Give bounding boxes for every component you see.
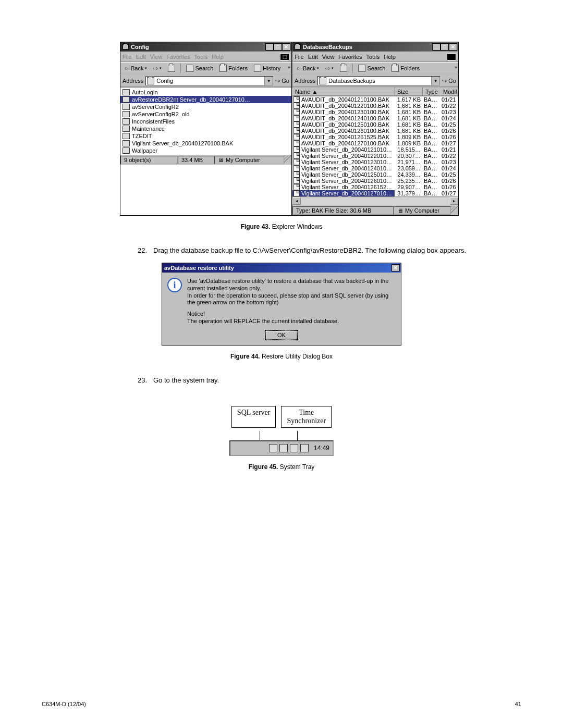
dropdown-icon[interactable]: ▼ <box>431 77 439 85</box>
table-row[interactable]: AVAUDIT_db_200401220100.BAK1,681 KBBA…01… <box>292 103 458 109</box>
footer-page-number: 41 <box>515 701 521 707</box>
table-row[interactable]: Vigilant Server_db_20040122010…20,307…BA… <box>292 153 458 159</box>
list-item[interactable]: AutoLogin <box>120 89 291 96</box>
dropdown-icon[interactable]: ▼ <box>264 77 273 85</box>
item-label: avRestoreDBR2nt Server_db_20040127010… <box>132 96 250 103</box>
folder-icon <box>319 77 326 84</box>
file-modified: 01/21 <box>440 96 458 103</box>
figure-43: Config _ □ ✕ File Edit View Favorites To… <box>42 42 521 230</box>
up-button[interactable] <box>338 64 349 73</box>
address-field[interactable]: Config ▼ <box>145 76 273 85</box>
horizontal-scrollbar[interactable]: ◂ ▸ <box>292 196 458 205</box>
file-type: BA… <box>423 140 440 146</box>
forward-button[interactable]: ⇨ ▾ <box>151 64 164 73</box>
close-button[interactable]: ✕ <box>449 43 457 51</box>
search-button[interactable]: Search <box>184 64 215 73</box>
file-modified: 01/26 <box>440 178 458 184</box>
list-item[interactable]: Wallpaper <box>120 147 291 154</box>
system-tray[interactable]: 14:49 <box>229 440 334 456</box>
list-item[interactable]: InconsistentFiles <box>120 118 291 125</box>
menu-help[interactable]: Help <box>384 54 396 60</box>
table-row[interactable]: AVAUDIT_db_200401240100.BAK1,681 KBBA…01… <box>292 115 458 121</box>
menu-file[interactable]: File <box>123 54 132 60</box>
file-name: AVAUDIT_db_200401240100.BAK <box>301 115 389 121</box>
table-row[interactable]: Vigilant Server_db_20040126152…29,907…BA… <box>292 184 458 190</box>
table-row[interactable]: AVAUDIT_db_200401261525.BAK1,809 KBBA…01… <box>292 134 458 140</box>
close-button[interactable]: ✕ <box>391 264 400 272</box>
col-modified[interactable]: Modif <box>440 88 458 96</box>
toolbar-chevron-icon[interactable]: » <box>455 65 457 70</box>
tray-time-synchronizer-icon[interactable] <box>290 444 298 452</box>
table-row[interactable]: AVAUDIT_db_200401250100.BAK1,681 KBBA…01… <box>292 121 458 128</box>
dialog-titlebar[interactable]: avDatabase restore utility ✕ <box>162 263 401 273</box>
table-row[interactable]: Vigilant Server_db_20040124010…23,059…BA… <box>292 165 458 171</box>
up-button[interactable] <box>166 64 177 73</box>
table-row[interactable]: Vigilant Server_db_20040127010…31,379…BA… <box>292 190 458 196</box>
tray-icon-1[interactable] <box>269 444 277 452</box>
list-item[interactable]: avServerConfigR2_old <box>120 110 291 118</box>
config-titlebar[interactable]: Config _ □ ✕ <box>120 42 291 52</box>
list-item[interactable]: Maintenance <box>120 125 291 132</box>
table-row[interactable]: Vigilant Server_db_20040123010…21,971…BA… <box>292 159 458 165</box>
maximize-button[interactable]: □ <box>440 43 449 51</box>
table-row[interactable]: Vigilant Server_db_20040125010…24,339…BA… <box>292 171 458 178</box>
menu-favorites[interactable]: Favorites <box>338 54 362 60</box>
tray-sql-server-icon[interactable] <box>279 444 288 452</box>
scroll-right-icon[interactable]: ▸ <box>450 198 458 205</box>
menu-tools[interactable]: Tools <box>366 54 380 60</box>
menu-edit[interactable]: Edit <box>308 54 318 60</box>
list-item[interactable]: Vigilant Server_db_200401270100.BAK <box>120 140 291 147</box>
col-size[interactable]: Size <box>395 88 423 96</box>
menu-help[interactable]: Help <box>212 54 224 60</box>
forward-button[interactable]: ⇨ ▾ <box>323 64 336 73</box>
table-row[interactable]: AVAUDIT_db_200401210100.BAK1,617 KBBA…01… <box>292 96 458 103</box>
db-titlebar[interactable]: DatabaseBackups _ □ ✕ <box>292 42 458 52</box>
menu-favorites[interactable]: Favorites <box>166 54 190 60</box>
table-row[interactable]: AVAUDIT_db_200401270100.BAK1,809 KBBA…01… <box>292 140 458 146</box>
toolbar-chevron-icon[interactable]: » <box>288 65 290 70</box>
file-size: 31,379… <box>395 190 423 196</box>
table-row[interactable]: Vigilant Server_db_20040126010…25,235…BA… <box>292 178 458 184</box>
table-row[interactable]: AVAUDIT_db_200401260100.BAK1,681 KBBA…01… <box>292 128 458 134</box>
back-button[interactable]: ⇦ Back ▾ <box>123 64 149 73</box>
list-item[interactable]: avServerConfigR2 <box>120 103 291 110</box>
back-button[interactable]: ⇦ Back ▾ <box>295 64 321 73</box>
explorer-windows: Config _ □ ✕ File Edit View Favorites To… <box>120 42 521 216</box>
status-location: 🖥 My Computer <box>394 206 451 215</box>
maximize-button[interactable]: □ <box>274 43 282 51</box>
menu-tools[interactable]: Tools <box>194 54 208 60</box>
folders-button[interactable]: Folders <box>217 64 250 73</box>
minimize-button[interactable]: _ <box>432 43 440 51</box>
list-item[interactable]: avRestoreDBR2nt Server_db_20040127010… <box>120 96 291 103</box>
address-field[interactable]: DatabaseBackups ▼ <box>317 76 440 85</box>
col-name[interactable]: Name ▲ <box>292 88 395 96</box>
resize-grip-icon[interactable] <box>284 155 291 165</box>
menu-file[interactable]: File <box>295 54 304 60</box>
db-toolbar: ⇦ Back ▾ ⇨ ▾ Search Folders » <box>292 62 458 75</box>
go-button[interactable]: ↪ Go <box>275 78 289 84</box>
menu-view[interactable]: View <box>322 54 335 60</box>
ok-button[interactable]: OK <box>265 330 298 340</box>
search-button[interactable]: Search <box>356 64 387 73</box>
file-size: 1,681 KB <box>395 109 423 115</box>
close-button[interactable]: ✕ <box>282 43 290 51</box>
folders-button[interactable]: Folders <box>389 64 422 73</box>
col-type[interactable]: Type <box>423 88 440 96</box>
history-button[interactable]: History <box>252 64 283 73</box>
menu-edit[interactable]: Edit <box>136 54 146 60</box>
folder-icon <box>147 77 154 84</box>
table-row[interactable]: Vigilant Server_db_20040121010…18,515…BA… <box>292 146 458 153</box>
go-button[interactable]: ↪ Go <box>442 78 456 84</box>
list-item[interactable]: TZEDIT <box>120 132 291 140</box>
step-22-number: 22. <box>136 246 147 255</box>
tray-clock[interactable]: 14:49 <box>314 445 329 452</box>
resize-grip-icon[interactable] <box>451 206 458 215</box>
minimize-button[interactable]: _ <box>265 43 274 51</box>
menu-view[interactable]: View <box>150 54 163 60</box>
item-label: Vigilant Server_db_200401270100.BAK <box>132 140 233 146</box>
scroll-track[interactable] <box>301 198 450 205</box>
table-row[interactable]: AVAUDIT_db_200401230100.BAK1,681 KBBA…01… <box>292 109 458 115</box>
tray-icon-4[interactable] <box>300 444 309 452</box>
file-icon <box>123 118 130 125</box>
scroll-left-icon[interactable]: ◂ <box>292 198 301 205</box>
